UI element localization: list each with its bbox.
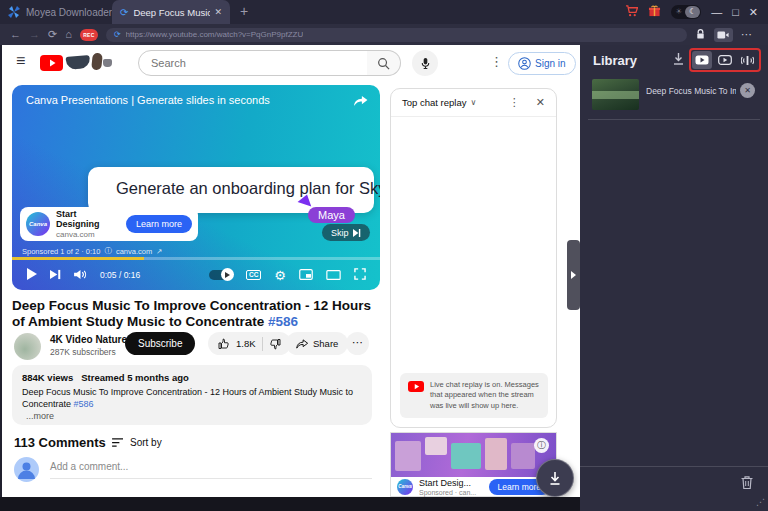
next-button[interactable]	[50, 266, 61, 284]
youtube-logo-icon[interactable]	[40, 55, 63, 71]
library-title: Library	[593, 53, 637, 68]
share-arrow-icon[interactable]	[353, 93, 368, 111]
volume-icon[interactable]	[74, 266, 87, 284]
tab-title: Deep Focus Music To	[133, 7, 210, 18]
app-logo-icon	[8, 6, 20, 18]
like-dislike-buttons[interactable]: 1.8K	[208, 332, 291, 355]
minimize-button[interactable]: —	[711, 7, 722, 18]
sign-in-button[interactable]: Sign in	[508, 52, 576, 75]
video-capture-icon[interactable]	[714, 28, 733, 42]
moon-icon: ☾	[685, 6, 700, 18]
description-box[interactable]: 884K views Streamed 5 months ago Deep Fo…	[12, 365, 372, 425]
mic-button[interactable]	[412, 50, 438, 76]
share-button[interactable]: Share	[286, 332, 348, 355]
ad-headline[interactable]: Canva Presentations | Generate slides in…	[26, 94, 270, 106]
panel-collapse-handle[interactable]	[567, 240, 580, 310]
trash-icon[interactable]	[740, 475, 754, 494]
new-tab-button[interactable]: +	[240, 3, 248, 19]
miniplayer-icon[interactable]	[299, 266, 313, 284]
fullscreen-icon[interactable]	[354, 266, 366, 284]
forward-button[interactable]: →	[29, 29, 40, 40]
show-more-button[interactable]: ...more	[26, 411, 362, 421]
lock-icon[interactable]	[695, 26, 706, 44]
tab-close-icon[interactable]: ✕	[214, 7, 222, 17]
video-play-button[interactable]	[715, 51, 735, 69]
chat-notice-text: Live chat replay is on. Messages that ap…	[430, 380, 540, 412]
chat-close-icon[interactable]: ✕	[536, 96, 545, 109]
back-button[interactable]: ←	[10, 29, 21, 40]
browser-menu-icon[interactable]: ⋯	[741, 28, 752, 41]
more-actions-button[interactable]: ⋯	[346, 332, 369, 355]
external-link-icon: ↗	[156, 247, 162, 256]
yt-kebab-icon[interactable]: ⋮	[490, 54, 503, 69]
autoplay-toggle[interactable]	[209, 270, 233, 280]
captions-icon[interactable]: CC	[246, 270, 261, 281]
info-icon[interactable]: ⓘ	[104, 246, 112, 256]
ad-image[interactable]: ⓘ	[391, 433, 556, 477]
reload-button[interactable]: ⟳	[48, 29, 57, 40]
maximize-button[interactable]: □	[732, 7, 739, 18]
theater-mode-icon[interactable]	[326, 266, 341, 284]
logo-artifact	[91, 53, 103, 71]
resize-grip[interactable]: ⋰	[756, 497, 765, 507]
video-source-button[interactable]	[692, 51, 712, 69]
home-button[interactable]: ⌂	[65, 29, 72, 40]
description-hashtag[interactable]: #586	[74, 399, 94, 409]
player-controls: 0:05 / 0:16 CC ⚙	[12, 260, 380, 290]
download-fab-button[interactable]	[536, 459, 574, 497]
chat-panel: Top chat replay ∨ ⋮ ✕ Live chat replay i…	[390, 88, 557, 428]
library-item-remove-button[interactable]: ✕	[740, 83, 755, 98]
chat-kebab-icon[interactable]: ⋮	[509, 96, 520, 109]
library-download-icon[interactable]	[672, 52, 685, 70]
settings-gear-icon[interactable]: ⚙	[274, 269, 286, 282]
library-panel: Library Deep Focus Music To Im... ✕ ⋰	[580, 45, 768, 511]
video-title-hashtag[interactable]: #586	[268, 314, 298, 329]
search-button[interactable]	[367, 50, 401, 76]
cursor-name-label: Maya	[308, 207, 355, 223]
rec-badge[interactable]: REC	[80, 29, 98, 41]
page-loading-icon: ⟳	[114, 31, 121, 39]
sign-in-label: Sign in	[535, 58, 566, 69]
ad-advertiser: Start Designing	[56, 209, 120, 229]
comments-count: 113 Comments	[14, 435, 106, 450]
learn-more-button[interactable]: Learn more	[126, 215, 192, 233]
tab-loading-icon: ⟳	[120, 7, 128, 18]
sort-icon	[112, 438, 124, 448]
add-comment-input[interactable]: Add a comment...	[50, 461, 372, 479]
subscriber-count: 287K subscribers	[50, 347, 116, 357]
close-button[interactable]: ✕	[749, 7, 758, 18]
play-button[interactable]	[26, 266, 37, 284]
gift-icon[interactable]	[648, 3, 661, 21]
ad-info-icon[interactable]: ⓘ	[534, 438, 549, 453]
ad-slide-text: Generate an onboarding plan for Skye	[116, 179, 380, 198]
sponsored-domain[interactable]: canva.com	[116, 247, 152, 256]
divider	[262, 337, 263, 351]
theme-toggle[interactable]: ☀ ☾	[671, 5, 701, 19]
skip-ad-button[interactable]: Skip	[322, 224, 370, 241]
canva-logo-icon: Canva	[26, 212, 50, 236]
media-type-toolbar	[689, 48, 761, 72]
yt-menu-icon[interactable]: ≡	[16, 53, 25, 69]
video-player[interactable]: Canva Presentations | Generate slides in…	[12, 85, 380, 290]
sun-icon: ☀	[675, 8, 682, 16]
url-bar[interactable]: ⟳ https://www.youtube.com/watch?v=PqGnP9…	[106, 28, 687, 42]
chat-filter-dropdown[interactable]: Top chat replay	[402, 97, 466, 108]
library-item-thumbnail[interactable]	[592, 79, 639, 110]
browser-tab[interactable]: ⟳ Deep Focus Music To ✕	[112, 0, 230, 24]
library-item-title[interactable]: Deep Focus Music To Im...	[646, 86, 736, 96]
sponsored-text: Sponsored 1 of 2 · 0:10	[22, 247, 100, 256]
audio-button[interactable]	[738, 51, 758, 69]
subscribe-button[interactable]: Subscribe	[125, 332, 195, 355]
chevron-right-icon	[571, 271, 576, 279]
search-input[interactable]	[138, 50, 368, 76]
ad-info-card[interactable]: Canva Start Designing canva.com Learn mo…	[20, 207, 198, 241]
ad-card-title: Start Desig...	[419, 478, 476, 488]
sort-by-button[interactable]: Sort by	[112, 437, 162, 448]
display-ad-card[interactable]: ⓘ Canva Start Desig... Sponsored · can..…	[390, 432, 557, 497]
channel-avatar[interactable]	[14, 333, 41, 360]
search-field[interactable]	[139, 57, 367, 69]
chevron-down-icon: ∨	[470, 98, 476, 107]
cart-icon[interactable]	[625, 3, 638, 21]
time-display: 0:05 / 0:16	[100, 270, 140, 280]
comment-avatar	[14, 457, 39, 482]
